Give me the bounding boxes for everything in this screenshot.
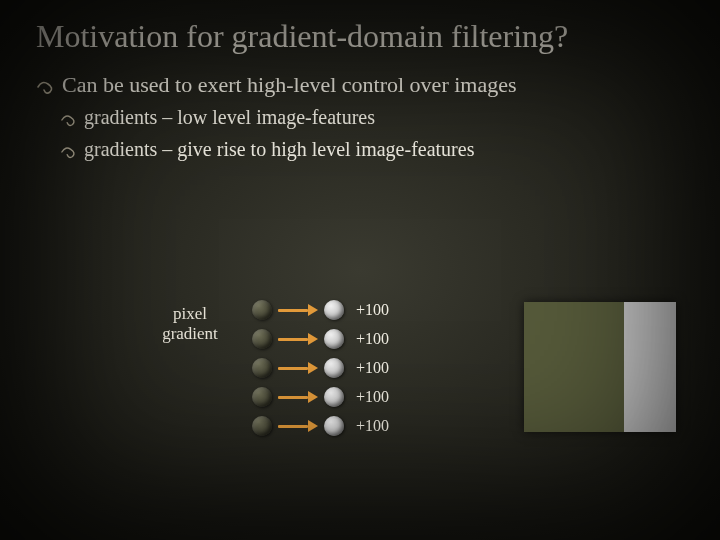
arrow-icon (278, 333, 318, 345)
dark-pixel-circle (252, 300, 272, 320)
dark-pixel-circle (252, 329, 272, 349)
arrow-icon (278, 362, 318, 374)
gradient-value: +100 (356, 359, 398, 377)
arrow-icon (278, 391, 318, 403)
arrow-icon (278, 420, 318, 432)
swirl-icon (60, 108, 78, 134)
diagram-label: pixel gradient (140, 304, 240, 343)
sub-bullet-text: gradients – low level image-features (84, 104, 690, 130)
diagram-label-line2: gradient (162, 324, 218, 343)
light-pixel-circle (324, 329, 344, 349)
arrow-icon (278, 304, 318, 316)
diagram-row: +100 (252, 300, 398, 320)
diagram-row: +100 (252, 387, 398, 407)
result-image (524, 302, 676, 432)
gradient-value: +100 (356, 301, 398, 319)
gradient-value: +100 (356, 330, 398, 348)
sub-bullet-1: gradients – low level image-features (0, 102, 720, 134)
gradient-diagram: pixel gradient +100 +100 +100 +100 (140, 300, 398, 436)
light-pixel-circle (324, 300, 344, 320)
result-dark-region (524, 302, 624, 432)
slide-title: Motivation for gradient-domain filtering… (0, 0, 720, 61)
diagram-label-line1: pixel (173, 304, 207, 323)
dark-pixel-circle (252, 387, 272, 407)
dark-pixel-circle (252, 358, 272, 378)
light-pixel-circle (324, 358, 344, 378)
dark-pixel-circle (252, 416, 272, 436)
sub-bullet-text: gradients – give rise to high level imag… (84, 136, 690, 162)
light-pixel-circle (324, 416, 344, 436)
diagram-rows: +100 +100 +100 +100 +100 (252, 300, 398, 436)
light-pixel-circle (324, 387, 344, 407)
swirl-icon (60, 140, 78, 166)
sub-bullet-2: gradients – give rise to high level imag… (0, 134, 720, 166)
gradient-value: +100 (356, 417, 398, 435)
result-light-region (624, 302, 676, 432)
main-bullet: Can be used to exert high-level control … (0, 61, 720, 103)
diagram-row: +100 (252, 416, 398, 436)
diagram-row: +100 (252, 329, 398, 349)
diagram-row: +100 (252, 358, 398, 378)
swirl-icon (36, 75, 56, 103)
gradient-value: +100 (356, 388, 398, 406)
main-bullet-text: Can be used to exert high-level control … (62, 71, 690, 99)
